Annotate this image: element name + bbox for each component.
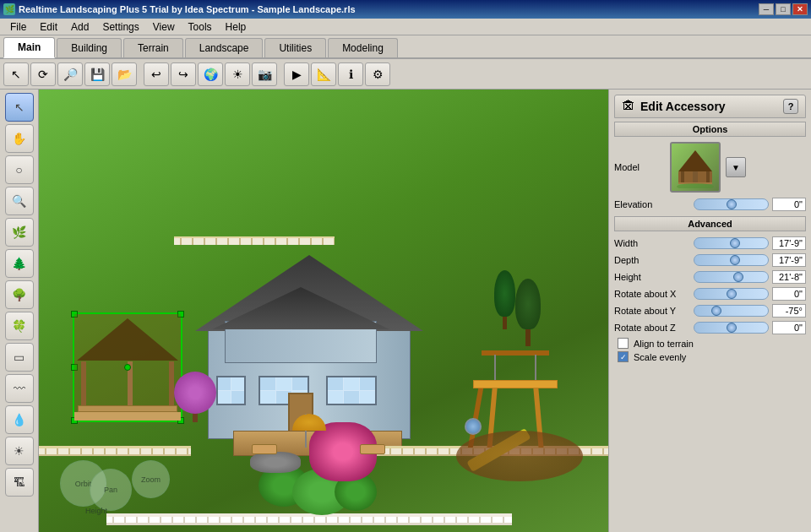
rotate-z-slider-thumb[interactable]: [727, 323, 737, 333]
sidebar-shrub-tool[interactable]: 🌳: [5, 280, 34, 309]
menu-settings[interactable]: Settings: [95, 19, 145, 35]
advanced-section-label: Advanced: [614, 216, 806, 231]
scale-evenly-row: ✓ Scale evenly: [614, 351, 806, 362]
align-terrain-label[interactable]: Align to terrain: [634, 339, 694, 349]
app-icon: 🌿: [3, 3, 15, 15]
sidebar-select-tool[interactable]: ↖: [5, 93, 34, 122]
sidebar-hand-tool[interactable]: ✋: [5, 124, 34, 153]
menu-help[interactable]: Help: [219, 19, 253, 35]
tool-undo[interactable]: ↩: [144, 62, 169, 86]
zoom-label: Zoom: [141, 475, 161, 484]
tool-open[interactable]: 📂: [112, 62, 137, 86]
rotate-x-row: Rotate about X 0": [614, 287, 806, 301]
scale-evenly-label[interactable]: Scale evenly: [634, 352, 686, 362]
sidebar-light-tool[interactable]: ☀: [5, 437, 34, 465]
rotate-x-label: Rotate about X: [614, 289, 690, 299]
depth-row: Depth 17'-9": [614, 253, 806, 267]
menu-edit[interactable]: Edit: [33, 19, 64, 35]
menubar: File Edit Add Settings View Tools Help: [0, 19, 811, 35]
scale-evenly-checkbox[interactable]: ✓: [618, 351, 629, 362]
width-value: 17'-9": [772, 236, 806, 250]
depth-slider[interactable]: [694, 254, 769, 266]
rotate-x-slider[interactable]: [694, 288, 769, 300]
sidebar-zoom-tool[interactable]: 🔍: [5, 187, 34, 215]
tool-globe[interactable]: 🌍: [198, 62, 223, 86]
right-panel: 🏚 Edit Accessory ? Options Model: [608, 90, 811, 532]
sidebar-water-tool[interactable]: 💧: [5, 405, 34, 434]
elevation-slider[interactable]: [694, 198, 769, 210]
elevation-slider-thumb[interactable]: [727, 199, 737, 209]
menu-view[interactable]: View: [146, 19, 182, 35]
tool-settings[interactable]: ⚙: [365, 62, 390, 86]
model-dropdown-button[interactable]: ▼: [726, 157, 746, 177]
rotate-y-row: Rotate about Y -75°: [614, 304, 806, 318]
tab-modeling[interactable]: Modeling: [328, 38, 398, 57]
sidebar-tree-tool[interactable]: 🌲: [5, 249, 34, 278]
width-slider[interactable]: [694, 237, 769, 249]
tab-building[interactable]: Building: [57, 38, 122, 57]
rotate-z-label: Rotate about Z: [614, 323, 690, 333]
width-slider-thumb[interactable]: [730, 238, 740, 248]
rotate-y-slider[interactable]: [694, 305, 769, 317]
rotate-x-slider-thumb[interactable]: [727, 289, 737, 299]
height-label: Height: [85, 507, 107, 515]
tool-rotate[interactable]: ⟳: [30, 62, 56, 86]
height-slider[interactable]: [694, 271, 769, 283]
height-row: Height 21'-8": [614, 270, 806, 284]
elevation-label: Elevation: [614, 199, 690, 209]
tool-redo[interactable]: ↪: [171, 62, 196, 86]
rotate-z-row: Rotate about Z 0": [614, 321, 806, 334]
tool-camera[interactable]: 📷: [252, 62, 277, 86]
svg-rect-3: [706, 171, 710, 184]
panel-header: 🏚 Edit Accessory ?: [614, 95, 806, 118]
svg-marker-1: [678, 150, 712, 171]
tool-save[interactable]: 💾: [84, 62, 110, 86]
close-button[interactable]: ✕: [792, 3, 808, 15]
height-slider-thumb[interactable]: [733, 272, 743, 282]
rotate-y-value: -75°: [772, 304, 806, 318]
rotate-y-label: Rotate about Y: [614, 306, 690, 316]
width-row: Width 17'-9": [614, 236, 806, 250]
menu-tools[interactable]: Tools: [182, 19, 219, 35]
maximize-button[interactable]: □: [776, 3, 791, 15]
height-label: Height: [614, 272, 690, 282]
tab-terrain[interactable]: Terrain: [123, 38, 183, 57]
tool-play[interactable]: ▶: [284, 62, 309, 86]
model-preview[interactable]: [670, 142, 721, 193]
window-controls: ─ □ ✕: [759, 3, 808, 15]
tool-select[interactable]: ↖: [3, 62, 29, 86]
sidebar-path-tool[interactable]: 〰: [5, 374, 34, 403]
rotate-z-value: 0": [772, 321, 806, 334]
tab-landscape[interactable]: Landscape: [185, 38, 264, 57]
tabbar: Main Building Terrain Landscape Utilitie…: [0, 35, 811, 59]
width-label: Width: [614, 238, 690, 248]
align-terrain-checkbox[interactable]: [618, 338, 629, 349]
rotate-z-slider[interactable]: [694, 322, 769, 334]
panel-icon: 🏚: [622, 99, 635, 114]
elevation-value: 0": [772, 198, 806, 211]
tab-utilities[interactable]: Utilities: [264, 38, 326, 57]
toolbar: ↖ ⟳ 🔎 💾 📂 ↩ ↪ 🌍 ☀ 📷 ▶ 📐 ℹ ⚙: [0, 59, 811, 90]
sidebar-ground-cover-tool[interactable]: 🍀: [5, 312, 34, 340]
tool-sun[interactable]: ☀: [225, 62, 250, 86]
panel-title: Edit Accessory: [640, 100, 778, 113]
minimize-button[interactable]: ─: [759, 3, 774, 15]
model-label: Model: [614, 162, 665, 172]
tool-magnify[interactable]: 🔎: [57, 62, 83, 86]
viewport[interactable]: Orbit Pan Zoom Height: [39, 90, 608, 532]
gazebo[interactable]: [73, 312, 182, 422]
menu-file[interactable]: File: [3, 19, 33, 35]
options-section-label: Options: [614, 122, 806, 137]
depth-slider-thumb[interactable]: [730, 255, 740, 265]
panel-help-button[interactable]: ?: [783, 99, 798, 114]
sidebar-plant-tool[interactable]: 🌿: [5, 218, 34, 247]
menu-add[interactable]: Add: [64, 19, 95, 35]
rotate-y-slider-thumb[interactable]: [711, 306, 721, 316]
tool-info[interactable]: ℹ: [338, 62, 363, 86]
elevation-row: Elevation 0": [614, 198, 806, 211]
tab-main[interactable]: Main: [3, 37, 55, 58]
sidebar-region-tool[interactable]: ▭: [5, 343, 34, 372]
sidebar-orbit-tool[interactable]: ○: [5, 155, 34, 184]
sidebar-accessory-tool[interactable]: 🏗: [5, 468, 34, 497]
tool-measure[interactable]: 📐: [311, 62, 336, 86]
